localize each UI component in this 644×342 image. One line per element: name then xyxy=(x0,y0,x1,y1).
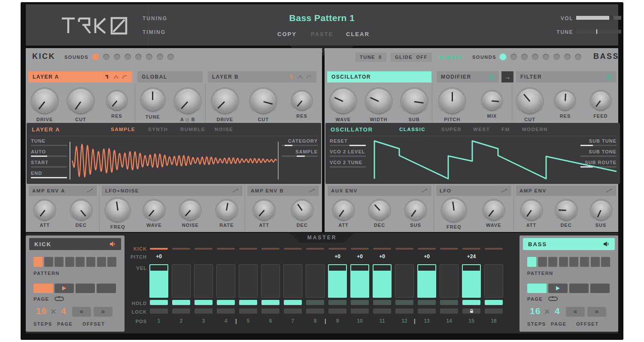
clear-button[interactable]: CLEAR xyxy=(346,31,370,37)
lock-cell[interactable] xyxy=(485,308,503,314)
hold-cell[interactable] xyxy=(440,300,458,305)
lock-cell[interactable] xyxy=(261,308,279,314)
param-tune[interactable]: TUNE xyxy=(31,138,46,144)
kick-steps-value[interactable]: 16 xyxy=(36,306,47,316)
pattern-slot-7[interactable] xyxy=(97,257,106,267)
knob-wave[interactable] xyxy=(484,201,503,220)
mod-header-amp-env[interactable]: AMP ENV xyxy=(516,186,616,196)
display-tab-synth[interactable]: SYNTH xyxy=(148,127,168,132)
knob-sus[interactable] xyxy=(406,201,425,220)
display-tab-classic[interactable]: CLASSIC xyxy=(399,127,425,132)
lock-cell[interactable] xyxy=(440,308,458,314)
sound-slot-2[interactable] xyxy=(510,54,517,60)
pattern-slot-2[interactable] xyxy=(44,257,53,267)
env-fall-icon[interactable] xyxy=(289,74,295,79)
mod-header-aux-env[interactable]: AUX ENV xyxy=(328,186,431,196)
velocity-cell[interactable] xyxy=(395,264,414,298)
velocity-cell[interactable] xyxy=(328,264,347,298)
offset-left-button[interactable]: « xyxy=(72,307,91,317)
pattern-slot-3[interactable] xyxy=(548,257,557,267)
kick-step-segment[interactable] xyxy=(194,248,213,250)
pattern-slot-8[interactable] xyxy=(601,257,610,267)
mod-curve-icon[interactable] xyxy=(501,188,508,194)
bass-page-value[interactable]: 4 xyxy=(555,306,560,316)
sound-slot-3[interactable] xyxy=(521,54,528,60)
param-start[interactable]: START xyxy=(31,160,49,165)
knob-res[interactable] xyxy=(556,92,574,110)
bass-tune-chip[interactable]: TUNE 0 xyxy=(355,52,386,62)
kick-step-segment[interactable] xyxy=(217,248,235,250)
knob-dec[interactable] xyxy=(370,201,389,220)
knob-att[interactable] xyxy=(255,201,273,220)
mod-curve-icon[interactable] xyxy=(309,188,316,194)
pattern-slot-8[interactable] xyxy=(107,257,116,267)
section-filter[interactable]: FILTER xyxy=(516,71,617,82)
hold-cell[interactable] xyxy=(239,300,257,305)
section-layer-a[interactable]: LAYER A xyxy=(28,71,132,82)
section-oscillator[interactable]: OSCILLATOR xyxy=(327,71,431,82)
env-fall-icon[interactable] xyxy=(104,74,111,79)
display-tab-west[interactable]: WEST xyxy=(473,127,490,132)
sound-slot-1[interactable] xyxy=(500,54,506,60)
sound-slot-6[interactable] xyxy=(146,54,152,60)
offset-left-button[interactable]: « xyxy=(566,307,585,317)
hold-cell[interactable] xyxy=(150,300,168,305)
knob-drive[interactable] xyxy=(213,89,237,113)
knob-drive[interactable] xyxy=(33,89,57,113)
velocity-cell[interactable] xyxy=(373,264,392,298)
kick-step-segment[interactable] xyxy=(150,248,168,250)
bass-glide-chip[interactable]: GLIDE OFF xyxy=(391,52,432,62)
knob-width[interactable] xyxy=(367,89,391,113)
speaker-icon[interactable] xyxy=(110,241,116,247)
hold-cell[interactable] xyxy=(418,300,436,305)
pitch-value[interactable]: +0 xyxy=(149,253,168,260)
lock-cell[interactable] xyxy=(172,308,190,314)
pitch-value[interactable]: +0 xyxy=(350,253,369,260)
hold-cell[interactable] xyxy=(328,300,346,305)
mod-header-amp-env-b[interactable]: AMP ENV B xyxy=(247,186,319,196)
bass-always-button[interactable]: ALWAYS xyxy=(439,55,462,60)
pattern-slot-5[interactable] xyxy=(569,257,578,267)
mod-header-lfo-noise[interactable]: LFO+NOISE xyxy=(102,186,243,196)
knob-tune[interactable] xyxy=(142,89,164,111)
mod-header-lfo[interactable]: LFO xyxy=(436,186,511,196)
lock-cell[interactable] xyxy=(217,308,235,314)
kick-step-segment[interactable] xyxy=(395,248,413,250)
paste-button[interactable]: PASTE xyxy=(311,31,333,37)
bass-steps-value[interactable]: 16 xyxy=(530,306,541,316)
param-bar-auto[interactable] xyxy=(31,156,67,157)
knob-wave[interactable] xyxy=(145,201,164,220)
lock-cell[interactable] xyxy=(150,308,168,314)
page-button-2[interactable] xyxy=(55,284,74,293)
sound-slot-5[interactable] xyxy=(135,54,142,60)
lock-cell[interactable] xyxy=(328,308,346,314)
velocity-cell[interactable] xyxy=(440,264,459,298)
param-bar-vco-2-level[interactable] xyxy=(330,156,366,157)
pattern-slot-5[interactable] xyxy=(76,257,85,267)
env-triangle-icon[interactable] xyxy=(297,74,304,79)
pattern-slot-1[interactable] xyxy=(527,257,536,267)
velocity-cell[interactable] xyxy=(261,264,280,298)
mod-curve-icon[interactable] xyxy=(606,188,613,194)
pattern-title[interactable]: Bass Pattern 1 xyxy=(258,13,386,23)
section-modifier[interactable]: MODIFIER xyxy=(437,71,499,82)
param-vco-2-tune[interactable]: VCO 2 TUNE xyxy=(330,160,362,165)
tuning-button[interactable]: TUNING xyxy=(143,15,167,21)
velocity-cell[interactable] xyxy=(484,264,503,298)
knob-noise[interactable] xyxy=(181,201,200,220)
param-end[interactable]: END xyxy=(31,171,42,176)
mod-curve-icon[interactable] xyxy=(421,188,428,194)
knob-freq[interactable] xyxy=(443,199,465,222)
velocity-cell[interactable] xyxy=(194,264,213,298)
section-layer-b[interactable]: LAYER B xyxy=(208,71,316,82)
kick-step-segment[interactable] xyxy=(440,248,458,250)
kick-step-segment[interactable] xyxy=(239,248,257,250)
lock-cell[interactable] xyxy=(351,308,369,314)
hold-cell[interactable] xyxy=(261,300,279,305)
sound-slot-7[interactable] xyxy=(564,54,571,60)
hold-cell[interactable] xyxy=(217,300,235,305)
sound-slot-5[interactable] xyxy=(543,54,549,60)
env-curve-icon[interactable] xyxy=(122,74,128,79)
modifier-route-arrow[interactable]: → xyxy=(501,71,513,82)
hold-cell[interactable] xyxy=(284,300,302,305)
